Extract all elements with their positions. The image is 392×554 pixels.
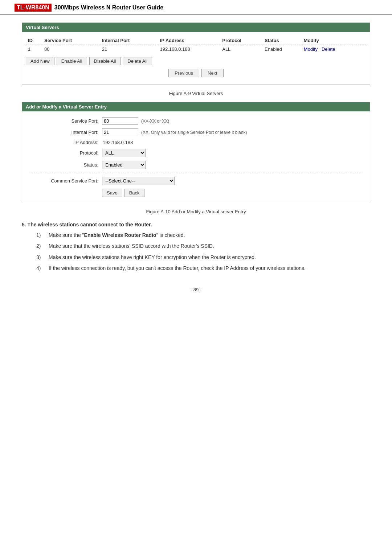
delete-all-button[interactable]: Delete All bbox=[123, 57, 152, 65]
cell-internal-port: 21 bbox=[100, 45, 158, 54]
col-ip-address: IP Address bbox=[158, 36, 220, 45]
service-port-label: Service Port: bbox=[29, 118, 102, 124]
service-port-hint: (XX-XX or XX) bbox=[141, 119, 169, 124]
action-buttons: Add New Enable All Disable All Delete Al… bbox=[26, 57, 366, 65]
list-item-1: 1) Make sure the "Enable Wireless Router… bbox=[36, 231, 370, 239]
col-modify: Modify bbox=[302, 36, 366, 45]
next-button[interactable]: Next bbox=[201, 69, 224, 77]
nav-buttons: Previous Next bbox=[26, 69, 366, 80]
page-content: Virtual Servers ID Service Port Internal… bbox=[0, 22, 392, 292]
virtual-servers-panel-body: ID Service Port Internal Port IP Address… bbox=[22, 32, 370, 85]
list-item-3: 3) Make sure the wireless stations have … bbox=[36, 253, 370, 261]
enable-all-button[interactable]: Enable All bbox=[57, 57, 87, 65]
common-service-port-select[interactable]: --Select One-- bbox=[102, 177, 175, 185]
virtual-servers-table: ID Service Port Internal Port IP Address… bbox=[26, 36, 366, 53]
add-new-button[interactable]: Add New bbox=[26, 57, 54, 65]
common-service-port-label: Common Service Port: bbox=[29, 178, 102, 184]
cell-status: Enabled bbox=[262, 45, 302, 54]
bold-text-1: Enable Wireless Router Radio bbox=[84, 232, 156, 238]
virtual-servers-panel: Virtual Servers ID Service Port Internal… bbox=[22, 22, 370, 85]
service-port-row: Service Port: (XX-XX or XX) bbox=[29, 117, 363, 125]
ip-address-value: 192.168.0.188 bbox=[103, 140, 133, 145]
item-3-text: Make sure the wireless stations have rig… bbox=[49, 253, 256, 261]
list-item-4: 4) If the wireless connection is ready, … bbox=[36, 264, 370, 272]
modify-link[interactable]: Modify bbox=[304, 46, 318, 52]
ip-address-row: IP Address: 192.168.0.188 bbox=[29, 140, 363, 145]
ip-address-label: IP Address: bbox=[29, 140, 102, 145]
cell-modify: Modify Delete bbox=[302, 45, 366, 54]
item-4-num: 4) bbox=[36, 264, 45, 272]
protocol-row: Protocol: ALL TCP UDP bbox=[29, 149, 363, 157]
col-protocol: Protocol bbox=[220, 36, 262, 45]
item-1-text: Make sure the "Enable Wireless Router Ra… bbox=[49, 231, 185, 239]
list-item-2: 2) Make sure that the wireless stations'… bbox=[36, 242, 370, 250]
internal-port-row: Internal Port: (XX, Only valid for singl… bbox=[29, 128, 363, 136]
header-title: 300Mbps Wireless N Router User Guide bbox=[54, 4, 163, 11]
disable-all-button[interactable]: Disable All bbox=[89, 57, 121, 65]
col-id: ID bbox=[26, 36, 42, 45]
virtual-servers-panel-header: Virtual Servers bbox=[22, 23, 370, 32]
page-number: - 89 - bbox=[22, 287, 370, 292]
status-select[interactable]: Enabled Disabled bbox=[102, 161, 146, 169]
add-modify-panel: Add or Modify a Virtual Server Entry Ser… bbox=[22, 102, 370, 203]
item-2-text: Make sure that the wireless stations' SS… bbox=[49, 242, 214, 250]
col-internal-port: Internal Port bbox=[100, 36, 158, 45]
figure-a9-caption: Figure A-9 Virtual Servers bbox=[22, 91, 370, 96]
form-actions: Save Back bbox=[102, 189, 363, 197]
section5-number: 5. bbox=[22, 222, 26, 227]
col-status: Status bbox=[262, 36, 302, 45]
protocol-select[interactable]: ALL TCP UDP bbox=[102, 149, 146, 157]
save-button[interactable]: Save bbox=[102, 189, 122, 197]
status-label: Status: bbox=[29, 162, 102, 168]
item-1-num: 1) bbox=[36, 231, 45, 239]
service-port-input[interactable] bbox=[102, 117, 138, 125]
col-service-port: Service Port bbox=[42, 36, 100, 45]
table-row: 1 80 21 192.168.0.188 ALL Enabled Modify… bbox=[26, 45, 366, 54]
section5-title: The wireless stations cannot connect to … bbox=[28, 222, 152, 227]
item-2-num: 2) bbox=[36, 242, 45, 250]
previous-button[interactable]: Previous bbox=[168, 69, 199, 77]
add-modify-form-body: Service Port: (XX-XX or XX) Internal Por… bbox=[22, 111, 370, 203]
internal-port-label: Internal Port: bbox=[29, 130, 102, 135]
item-4-text: If the wireless connection is ready, but… bbox=[49, 264, 306, 272]
section5-heading: 5. The wireless stations cannot connect … bbox=[22, 222, 370, 227]
internal-port-hint: (XX, Only valid for single Service Port … bbox=[141, 130, 247, 135]
item-3-num: 3) bbox=[36, 253, 45, 261]
cell-id: 1 bbox=[26, 45, 42, 54]
cell-service-port: 80 bbox=[42, 45, 100, 54]
delete-link[interactable]: Delete bbox=[322, 46, 335, 52]
protocol-label: Protocol: bbox=[29, 150, 102, 156]
page-header: TL-WR840N 300Mbps Wireless N Router User… bbox=[0, 0, 392, 15]
form-separator bbox=[29, 173, 363, 173]
add-modify-panel-header: Add or Modify a Virtual Server Entry bbox=[22, 102, 370, 111]
status-row: Status: Enabled Disabled bbox=[29, 161, 363, 169]
common-service-port-row: Common Service Port: --Select One-- bbox=[29, 177, 363, 185]
model-label: TL-WR840N bbox=[15, 4, 52, 12]
cell-protocol: ALL bbox=[220, 45, 262, 54]
figure-a10-caption: Figure A-10 Add or Modify a Virtual serv… bbox=[22, 209, 370, 214]
internal-port-input[interactable] bbox=[102, 128, 138, 136]
cell-ip-address: 192.168.0.188 bbox=[158, 45, 220, 54]
back-button[interactable]: Back bbox=[124, 189, 144, 197]
